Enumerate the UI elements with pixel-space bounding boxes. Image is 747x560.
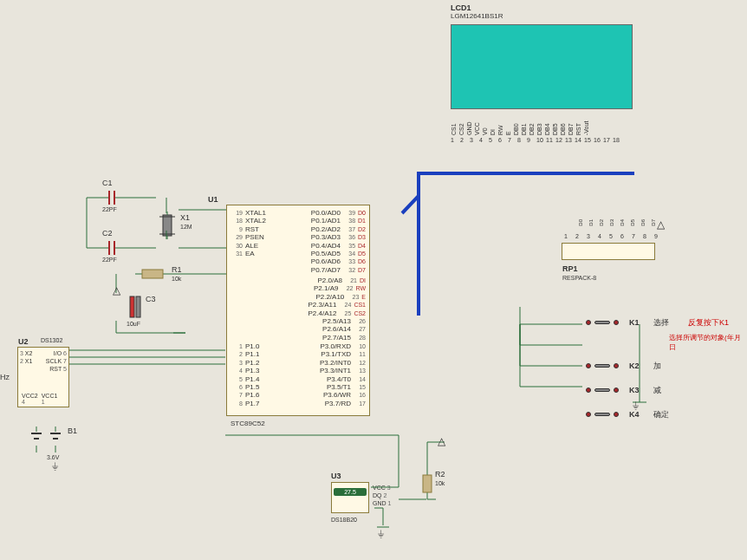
lcd-ref: LCD1	[451, 3, 503, 12]
svg-rect-0	[163, 215, 172, 236]
button-k3[interactable]: K3减	[586, 381, 747, 399]
button-k2[interactable]: K2加	[586, 357, 747, 374]
button-k1[interactable]: K1选择反复按下K1	[586, 314, 747, 331]
vcc-icon: △	[657, 218, 665, 231]
x1-xtal: X1 12M	[156, 212, 179, 241]
buttons-block: K1选择反复按下K1选择所调节的对象(年月日K2加K3减K4确定	[586, 314, 747, 430]
gnd-icon: ⏚	[378, 527, 384, 539]
r1-res: R1 10k	[135, 269, 170, 281]
button-k4[interactable]: K4确定	[586, 406, 747, 423]
svg-rect-4	[423, 475, 432, 492]
lcd-part: LGM12641BS1R	[451, 12, 503, 20]
u3-sensor: U3 27.5 VCC 3DQ 2GND 1 DS18B20	[331, 482, 400, 524]
svg-rect-2	[130, 296, 134, 317]
rp1-respack: RP1 RESPACK-8 123456789 D0D1D2D3D4D5D6D7	[562, 243, 655, 260]
svg-rect-1	[142, 270, 163, 278]
c1-cap: C1 22PF	[102, 189, 121, 208]
lcd-pin-nums: 123456789101112131415161718	[451, 137, 633, 143]
c2-cap: C2 22PF	[102, 239, 121, 258]
x2-lbl: Hz	[0, 373, 10, 381]
lcd-screen	[451, 24, 633, 109]
u1-ref: U1	[208, 195, 218, 204]
u1-chip: U1 STC89C52 19XTAL118XTAL29RST29PSEN30AL…	[226, 205, 370, 416]
u2-chip: U2 DS1302 I/O 6SCLK 7RST 5 3 X22 X1 VCC2…	[17, 347, 69, 407]
r2-res: R2 10k	[421, 468, 433, 501]
gnd-icon: ⏚	[52, 459, 58, 472]
u2-part: DS1302	[41, 337, 62, 343]
c3-cap: C3 10uF	[127, 295, 144, 321]
lcd-pin-labels: CS1CS2GNDVCCV0DIRWEDB0DB1DB2DB3DB4DB5DB6…	[451, 111, 633, 135]
vcc-icon: △	[113, 284, 120, 296]
vcc-icon: △	[438, 435, 445, 447]
u1-part: STC89C52	[231, 420, 265, 427]
gnd-icon: ⏚	[633, 399, 639, 411]
b1-batt: B1 3.6V	[29, 427, 64, 454]
u2-ref: U2	[18, 337, 29, 346]
svg-rect-3	[136, 296, 140, 317]
u3-display: 27.5	[334, 488, 367, 496]
